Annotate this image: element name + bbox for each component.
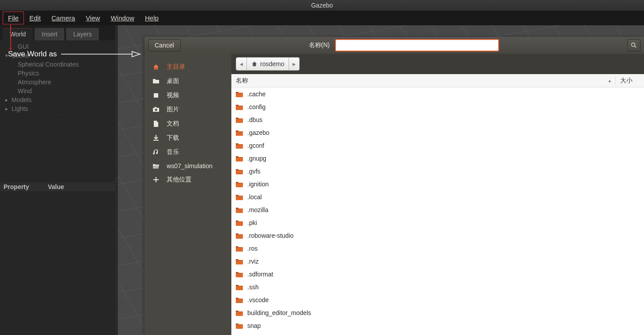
col-property[interactable]: Property bbox=[0, 182, 44, 191]
file-row[interactable]: .ssh bbox=[231, 280, 644, 293]
tab-insert[interactable]: Insert bbox=[35, 28, 64, 40]
plus-icon bbox=[152, 176, 160, 183]
file-row[interactable]: snap bbox=[231, 319, 644, 332]
search-button[interactable] bbox=[627, 39, 640, 51]
file-name: .ros bbox=[247, 245, 258, 252]
menu-file[interactable]: File bbox=[3, 12, 24, 24]
file-row[interactable]: .gvfs bbox=[231, 165, 644, 177]
tree-node-lights[interactable]: Lights bbox=[5, 104, 115, 113]
folder-icon bbox=[236, 91, 243, 97]
tree-node-physics[interactable]: Physics bbox=[5, 69, 115, 78]
file-row[interactable]: building_editor_models bbox=[231, 306, 644, 319]
folder-icon bbox=[236, 104, 243, 110]
place-documents[interactable]: 文档 bbox=[144, 117, 231, 131]
file-name: snap bbox=[247, 322, 261, 329]
tab-world[interactable]: World bbox=[3, 28, 33, 40]
file-row[interactable]: .vscode bbox=[231, 293, 644, 306]
breadcrumb-bar: ◂ rosdemo ▸ bbox=[231, 54, 644, 74]
folder-icon bbox=[236, 323, 243, 329]
folder-icon bbox=[236, 142, 243, 149]
file-row[interactable]: .sdformat bbox=[231, 268, 644, 280]
sort-caret-icon: ▴ bbox=[609, 78, 611, 83]
panel-splitter-h[interactable]: ┄┄┄ bbox=[0, 113, 115, 116]
place-ws07[interactable]: ws07_simulation bbox=[144, 159, 231, 173]
file-name: .dbus bbox=[247, 116, 262, 123]
file-row[interactable]: .gnupg bbox=[231, 152, 644, 165]
place-label: 音乐 bbox=[167, 148, 179, 156]
place-label: 文档 bbox=[167, 120, 179, 128]
place-videos[interactable]: 视频 bbox=[144, 88, 231, 102]
file-row[interactable]: .config bbox=[231, 100, 644, 113]
breadcrumb-forward[interactable]: ▸ bbox=[289, 57, 300, 71]
save-file-dialog: Cancel 名称(N) 主目录桌面视频图片文档下载音乐ws07_simulat… bbox=[144, 37, 644, 335]
video-icon bbox=[152, 92, 160, 99]
folder-icon bbox=[236, 245, 243, 252]
folder-icon bbox=[236, 168, 243, 174]
file-name: .cache bbox=[247, 91, 265, 98]
menu-view[interactable]: View bbox=[80, 12, 105, 24]
window-titlebar: Gazebo bbox=[0, 0, 644, 11]
file-column-headers: 名称 ▴ 大小 bbox=[231, 74, 644, 87]
file-name: .roboware-studio bbox=[247, 232, 293, 239]
tree-node-wind[interactable]: Wind bbox=[5, 87, 115, 95]
breadcrumb-back[interactable]: ◂ bbox=[236, 57, 247, 71]
file-row[interactable]: .rviz bbox=[231, 255, 644, 268]
place-home[interactable]: 主目录 bbox=[144, 60, 231, 74]
download-icon bbox=[152, 134, 160, 142]
name-label: 名称(N) bbox=[309, 41, 330, 49]
folder-icon bbox=[236, 258, 243, 264]
file-name: .gvfs bbox=[247, 168, 261, 175]
file-row[interactable]: .mozilla bbox=[231, 203, 644, 216]
breadcrumb-label: rosdemo bbox=[260, 60, 284, 67]
file-row[interactable]: .ros bbox=[231, 242, 644, 255]
file-row[interactable]: .gazebo bbox=[231, 126, 644, 139]
folder-icon bbox=[236, 130, 243, 136]
tree-node-spherical[interactable]: Spherical Coordinates bbox=[5, 60, 115, 69]
file-row[interactable]: .cache bbox=[231, 87, 644, 100]
left-panel: World Insert Layers GUI Scene Spherical … bbox=[0, 25, 115, 335]
svg-point-2 bbox=[632, 43, 635, 47]
file-row[interactable]: .ignition bbox=[231, 177, 644, 190]
svg-marker-1 bbox=[132, 51, 140, 57]
folder-icon bbox=[236, 181, 243, 187]
menu-window[interactable]: Window bbox=[105, 12, 140, 24]
filename-input[interactable] bbox=[335, 39, 499, 51]
column-name[interactable]: 名称 ▴ bbox=[231, 77, 616, 85]
menu-help[interactable]: Help bbox=[140, 12, 164, 24]
file-name: .sdformat bbox=[247, 271, 273, 278]
menu-bar: File Edit Camera View Window Help bbox=[0, 11, 644, 25]
folder-icon bbox=[152, 78, 160, 85]
file-name: building_editor_models bbox=[247, 309, 311, 316]
folder-icon bbox=[236, 207, 243, 213]
file-row[interactable]: .dbus bbox=[231, 113, 644, 126]
dialog-header: Cancel 名称(N) bbox=[144, 37, 644, 54]
annotation-connector bbox=[10, 25, 11, 51]
place-label: 图片 bbox=[167, 106, 179, 114]
file-row[interactable]: .gconf bbox=[231, 139, 644, 152]
file-row[interactable]: .pki bbox=[231, 216, 644, 229]
folder-icon bbox=[236, 220, 243, 226]
breadcrumb-home[interactable]: rosdemo bbox=[247, 57, 289, 71]
place-desktop[interactable]: 桌面 bbox=[144, 74, 231, 88]
file-row[interactable]: .roboware-studio bbox=[231, 229, 644, 242]
menu-camera[interactable]: Camera bbox=[46, 12, 80, 24]
file-name: .gnupg bbox=[247, 155, 266, 162]
menu-edit[interactable]: Edit bbox=[24, 12, 46, 24]
tab-layers[interactable]: Layers bbox=[66, 28, 99, 40]
property-header: Property Value bbox=[0, 182, 115, 191]
place-music[interactable]: 音乐 bbox=[144, 145, 231, 159]
place-other[interactable]: 其他位置 bbox=[144, 173, 231, 187]
file-row[interactable]: .local bbox=[231, 190, 644, 203]
tree-node-models[interactable]: Models bbox=[5, 95, 115, 104]
folder-icon bbox=[236, 297, 243, 303]
file-name: .mozilla bbox=[247, 206, 268, 213]
tree-node-atmosphere[interactable]: Atmosphere bbox=[5, 78, 115, 87]
file-list[interactable]: .cache.config.dbus.gazebo.gconf.gnupg.gv… bbox=[231, 87, 644, 335]
place-downloads[interactable]: 下载 bbox=[144, 131, 231, 145]
place-pictures[interactable]: 图片 bbox=[144, 102, 231, 117]
col-value[interactable]: Value bbox=[44, 182, 68, 191]
column-size[interactable]: 大小 bbox=[616, 77, 644, 85]
cancel-button[interactable]: Cancel bbox=[148, 39, 181, 51]
svg-line-3 bbox=[635, 46, 636, 48]
file-name: .rviz bbox=[247, 258, 259, 265]
